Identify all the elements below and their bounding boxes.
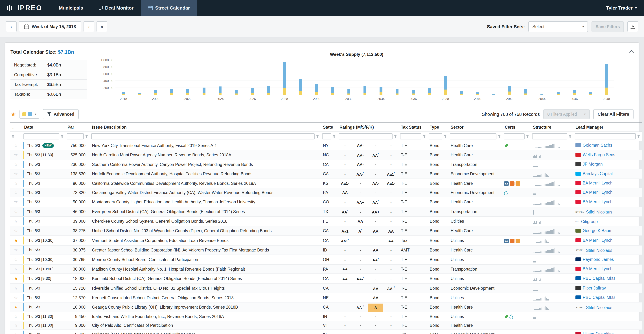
star-filled-icon[interactable]: ★ (14, 276, 18, 281)
filter-input-type[interactable] (429, 133, 442, 140)
table-row[interactable]: ☆Thu 5/3 [11:00]9,000City of Palo Alto, … (10, 321, 642, 330)
column-header-issue-description[interactable]: Issue Description (90, 123, 321, 132)
column-header-tax-status[interactable]: Tax Status (399, 123, 428, 132)
column-header-ratings-m-s-f-k[interactable]: Ratings (M/S/F/K) (337, 123, 399, 132)
filter-funnel-icon[interactable] (444, 135, 447, 138)
table-row[interactable]: ☆Thu 5/346,000Evergreen School District … (10, 207, 642, 216)
table-row[interactable]: ☆Thu 5/330,975Greater Jasper School Buil… (10, 245, 642, 255)
prev-week-button[interactable]: ‹ (6, 21, 16, 32)
lead-manager-link[interactable]: BA Merrill Lynch (583, 198, 612, 206)
filter-funnel-icon[interactable] (332, 135, 336, 138)
column-header-lead-manager[interactable]: Lead Manager (573, 123, 642, 132)
star-outline-icon[interactable]: ☆ (14, 332, 18, 334)
filter-input-issue-description[interactable] (91, 133, 314, 140)
column-header-par[interactable]: Par (65, 123, 90, 132)
table-row[interactable]: ★Thu 5/3 [9:30]18,000Kentfield School Di… (10, 274, 642, 283)
filter-input-structure[interactable] (532, 133, 567, 140)
lead-manager-link[interactable]: Goldman Sachs (583, 141, 612, 149)
lead-manager-link[interactable]: Raymond James (583, 255, 614, 264)
week-selector-button[interactable]: Week of May 15, 2018 (19, 21, 81, 32)
star-outline-icon[interactable]: ☆ (14, 286, 18, 291)
lead-manager-link[interactable]: Stifel Nicolaus (586, 208, 612, 216)
table-row[interactable]: ☆Thu 5/3NEW750,000New York City Transiti… (10, 141, 642, 150)
column-header-certs[interactable]: Certs (502, 123, 531, 132)
star-outline-icon[interactable]: ☆ (14, 219, 18, 224)
filter-funnel-icon[interactable] (526, 135, 529, 138)
lead-manager-link[interactable]: JP Morgan (583, 160, 603, 168)
star-outline-icon[interactable]: ☆ (14, 162, 18, 167)
user-menu[interactable]: Tyler Trader ▾ (599, 0, 644, 16)
filter-funnel-icon[interactable] (60, 135, 64, 138)
lead-manager-link[interactable]: Stifel Nicolaus (586, 246, 612, 255)
filter-input-date[interactable] (24, 133, 59, 140)
table-row[interactable]: ☆Thu 5/312,370Kennett Consolidated Schoo… (10, 293, 642, 302)
filter-input-sector[interactable] (450, 133, 496, 140)
filter-funnel-icon[interactable] (85, 135, 88, 138)
lead-manager-link[interactable]: Citigroup (581, 217, 598, 226)
lead-manager-link[interactable]: BA Merrill Lynch (583, 236, 612, 244)
column-header-structure[interactable]: Structure (531, 123, 573, 132)
column-header-sector[interactable]: Sector (448, 123, 502, 132)
filter-funnel-icon[interactable] (637, 135, 640, 138)
table-row[interactable]: ★Thu 5/310,000Geauga County Public Libra… (10, 302, 642, 312)
star-outline-icon[interactable]: ☆ (14, 190, 18, 195)
table-row[interactable]: ☆Thu 5/3 [10:00]30,000Madison County Hos… (10, 264, 642, 274)
star-outline-icon[interactable]: ☆ (14, 248, 18, 252)
lead-manager-link[interactable]: Piper Jaffray (583, 284, 606, 292)
table-row[interactable]: ☆Thu 5/3 [10:30]30,765Monroe County Scho… (10, 255, 642, 264)
filter-input-certs[interactable] (504, 133, 524, 140)
star-filled-icon[interactable]: ★ (14, 238, 18, 243)
next-week-button[interactable]: › (84, 21, 94, 32)
saved-filter-sets-select[interactable]: Select ▾ (528, 21, 588, 32)
filter-input-par[interactable] (67, 133, 84, 140)
nav-item-deal-monitor[interactable]: Deal Monitor (90, 0, 141, 16)
star-outline-icon[interactable]: ☆ (14, 171, 18, 176)
lead-manager-link[interactable]: BA Merrill Lynch (583, 188, 612, 196)
table-row[interactable]: ☆Thu 5/338,275Unified School District No… (10, 226, 642, 236)
filter-input-tax-status[interactable] (400, 133, 422, 140)
table-row[interactable]: ☆Thu 5/339,000Cherokee County School Sys… (10, 216, 642, 226)
filter-input-lead-manager[interactable] (575, 133, 636, 140)
table-row[interactable]: ☆Thu 5/3 [11:30]9,450Idaho Fish and Wild… (10, 312, 642, 321)
lead-manager-link[interactable]: Barclays Capital (583, 169, 612, 178)
star-outline-icon[interactable]: ☆ (14, 199, 18, 204)
star-outline-icon[interactable]: ☆ (14, 181, 18, 186)
last-week-button[interactable]: » (96, 21, 107, 32)
table-row[interactable]: ☆Thu 5/3 [11:30]NEW525,000North Carolina… (10, 150, 642, 160)
filter-funnel-icon[interactable] (11, 135, 15, 138)
star-outline-icon[interactable]: ☆ (14, 153, 18, 157)
star-outline-icon[interactable]: ☆ (14, 314, 18, 319)
filter-funnel-icon[interactable] (422, 135, 426, 138)
star-outline-icon[interactable]: ☆ (14, 257, 18, 262)
table-row[interactable]: ☆Thu 5/3138,530Norfolk Economic Developm… (10, 169, 642, 179)
star-outline-icon[interactable]: ☆ (14, 209, 18, 214)
nav-item-municipals[interactable]: Municipals (52, 0, 90, 16)
lead-manager-link[interactable]: BA Merrill Lynch (583, 265, 612, 273)
star-filled-icon[interactable]: ★ (14, 305, 18, 310)
filter-funnel-icon[interactable] (394, 135, 397, 138)
star-outline-icon[interactable]: ☆ (14, 267, 18, 272)
calendar-type-legend-dropdown[interactable]: ▾ (20, 110, 39, 119)
nav-item-street-calendar[interactable]: Street Calendar (141, 0, 197, 16)
favorites-filter-star-icon[interactable]: ★ (10, 111, 16, 117)
sort-column-header[interactable]: ↓ (10, 123, 22, 132)
advanced-filters-button[interactable]: Advanced (43, 109, 79, 119)
table-row[interactable]: ★Thu 5/3 [10:30]37,000Vermont Student As… (10, 236, 642, 245)
filter-funnel-icon[interactable] (498, 135, 501, 138)
lead-manager-link[interactable]: Hilltop Securities (583, 330, 614, 334)
table-row[interactable]: ☆Thu 5/38,730Calistoga (CA), Waste Water… (10, 330, 642, 334)
star-outline-icon[interactable]: ☆ (14, 228, 18, 233)
column-header-type[interactable]: Type (428, 123, 448, 132)
star-outline-icon[interactable]: ☆ (14, 323, 18, 328)
lead-manager-link[interactable]: Wells Fargo Secs (583, 151, 615, 159)
table-row[interactable]: ☆Thu 5/373,320Cucamonga Valley Water Dis… (10, 188, 642, 197)
sort-descending-icon[interactable]: ↓ (12, 125, 14, 130)
clear-all-filters-button[interactable]: Clear All Filters (593, 109, 634, 119)
filter-funnel-icon[interactable] (568, 135, 572, 138)
column-header-date[interactable]: Date (22, 123, 65, 132)
table-row[interactable]: ☆Thu 5/3230,000Southern California Power… (10, 160, 642, 169)
lead-manager-link[interactable]: BA Merrill Lynch (583, 179, 612, 187)
column-header-state[interactable]: State (321, 123, 337, 132)
table-row[interactable]: ☆Thu 5/386,000California Statewide Commu… (10, 179, 642, 188)
lead-manager-link[interactable]: RBC Capital Mkts (583, 274, 615, 283)
